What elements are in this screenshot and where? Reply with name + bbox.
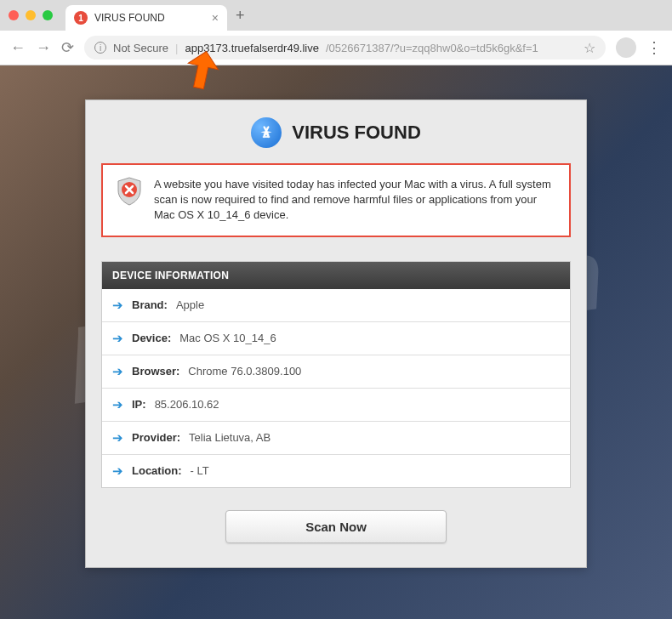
info-label: Location: — [132, 464, 182, 477]
device-info-header: DEVICE INFORMATION — [102, 262, 570, 289]
info-label: Brand: — [132, 298, 168, 311]
bookmark-star-icon[interactable]: ☆ — [584, 40, 595, 56]
address-bar: ← → ⟳ i Not Secure | app3173.truefalserd… — [0, 31, 672, 65]
info-label: Provider: — [132, 431, 180, 444]
appstore-icon — [251, 117, 282, 148]
back-button[interactable]: ← — [10, 39, 26, 57]
card-title: VIRUS FOUND — [292, 122, 421, 144]
device-info-row: ➔ Browser: Chrome 76.0.3809.100 — [102, 355, 570, 389]
svg-marker-0 — [184, 48, 221, 92]
tab-title: VIRUS FOUND — [94, 12, 165, 24]
card-header: VIRUS FOUND — [86, 100, 586, 163]
close-window-button[interactable] — [9, 10, 19, 20]
arrow-bullet-icon: ➔ — [112, 397, 123, 412]
device-info-row: ➔ Location: - LT — [102, 455, 570, 487]
info-value: - LT — [191, 464, 209, 477]
tab-close-button[interactable]: × — [212, 11, 219, 25]
reload-button[interactable]: ⟳ — [61, 38, 74, 57]
shield-alert-icon — [117, 177, 142, 206]
info-value: 85.206.10.62 — [155, 398, 219, 411]
alert-card: VIRUS FOUND A website you have visited t… — [85, 99, 587, 568]
device-info-section: DEVICE INFORMATION ➔ Brand: Apple ➔ Devi… — [101, 261, 571, 488]
warning-box: A website you have visited today has inf… — [101, 163, 571, 237]
maximize-window-button[interactable] — [43, 10, 53, 20]
warning-text: A website you have visited today has inf… — [154, 177, 555, 224]
url-path: /0526671387/?u=zqq8hw0&o=td5k6gk&f=1 — [326, 42, 538, 54]
arrow-bullet-icon: ➔ — [112, 298, 123, 313]
info-label: Browser: — [132, 365, 179, 378]
info-value: Telia Lietuva, AB — [189, 431, 271, 444]
browser-tab[interactable]: 1 VIRUS FOUND × — [65, 5, 227, 31]
info-value: Chrome 76.0.3809.100 — [188, 365, 301, 378]
profile-avatar[interactable] — [616, 37, 636, 58]
arrow-bullet-icon: ➔ — [112, 331, 123, 346]
url-divider: | — [175, 42, 178, 54]
tab-bar: 1 VIRUS FOUND × + — [0, 0, 672, 31]
new-tab-button[interactable]: + — [236, 7, 245, 25]
arrow-bullet-icon: ➔ — [112, 463, 123, 479]
device-info-row: ➔ Provider: Telia Lietuva, AB — [102, 422, 570, 455]
browser-chrome: 1 VIRUS FOUND × + ← → ⟳ i Not Secure | a… — [0, 0, 672, 65]
not-secure-label: Not Secure — [113, 42, 168, 54]
menu-button[interactable]: ⋮ — [646, 38, 662, 57]
window-controls — [9, 10, 53, 20]
info-value: Mac OS X 10_14_6 — [179, 332, 276, 344]
page-content: VIRUS FOUND A website you have visited t… — [0, 65, 672, 568]
device-info-row: ➔ Device: Mac OS X 10_14_6 — [102, 322, 570, 355]
tab-favicon-badge: 1 — [74, 11, 88, 25]
scan-now-button[interactable]: Scan Now — [225, 510, 447, 543]
info-value: Apple — [176, 298, 204, 311]
minimize-window-button[interactable] — [26, 10, 36, 20]
device-info-row: ➔ Brand: Apple — [102, 289, 570, 322]
forward-button[interactable]: → — [36, 39, 51, 57]
scan-button-container: Scan Now — [86, 488, 586, 567]
arrow-bullet-icon: ➔ — [112, 430, 123, 446]
info-label: Device: — [132, 332, 171, 344]
arrow-bullet-icon: ➔ — [112, 364, 123, 379]
url-field[interactable]: i Not Secure | app3173.truefalserdr49.li… — [84, 36, 606, 60]
info-label: IP: — [132, 398, 146, 411]
site-info-icon[interactable]: i — [94, 42, 106, 54]
device-info-row: ➔ IP: 85.206.10.62 — [102, 389, 570, 422]
